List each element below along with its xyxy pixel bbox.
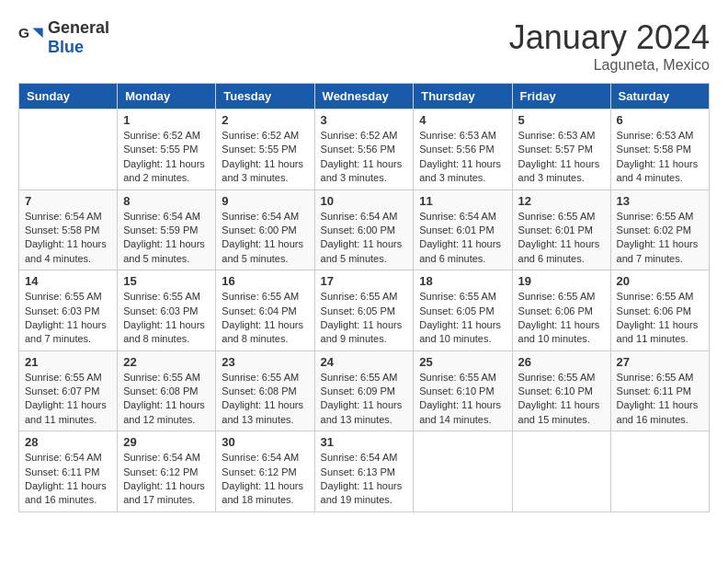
day-number: 21 [25,355,111,369]
calendar-cell: 15Sunrise: 6:55 AMSunset: 6:03 PMDayligh… [118,270,216,351]
location: Laguneta, Mexico [509,57,710,74]
day-info: Sunrise: 6:55 AMSunset: 6:02 PMDaylight:… [617,210,703,267]
calendar-cell: 27Sunrise: 6:55 AMSunset: 6:11 PMDayligh… [610,350,709,431]
day-info: Sunrise: 6:52 AMSunset: 5:55 PMDaylight:… [123,129,210,186]
day-number: 10 [321,194,408,208]
day-info: Sunrise: 6:54 AMSunset: 6:13 PMDaylight:… [321,451,408,508]
calendar-cell: 19Sunrise: 6:55 AMSunset: 6:06 PMDayligh… [512,270,610,351]
logo-blue: Blue [48,38,84,56]
day-number: 9 [222,194,308,208]
day-number: 17 [321,274,408,288]
day-info: Sunrise: 6:55 AMSunset: 6:03 PMDaylight:… [25,290,111,347]
calendar-cell [610,431,709,512]
weekday-header: Thursday [414,84,512,109]
calendar-cell: 31Sunrise: 6:54 AMSunset: 6:13 PMDayligh… [314,431,414,512]
logo-general: General [48,18,109,37]
day-info: Sunrise: 6:53 AMSunset: 5:58 PMDaylight:… [617,129,703,186]
calendar-cell: 20Sunrise: 6:55 AMSunset: 6:06 PMDayligh… [610,270,709,351]
day-info: Sunrise: 6:55 AMSunset: 6:07 PMDaylight:… [25,371,111,428]
calendar-cell: 25Sunrise: 6:55 AMSunset: 6:10 PMDayligh… [414,350,512,431]
calendar-cell: 12Sunrise: 6:55 AMSunset: 6:01 PMDayligh… [512,190,610,270]
day-info: Sunrise: 6:55 AMSunset: 6:01 PMDaylight:… [518,210,605,267]
page-header: G General Blue January 2024 Laguneta, Me… [18,18,710,74]
day-info: Sunrise: 6:54 AMSunset: 5:59 PMDaylight:… [123,210,210,267]
logo-icon: G [18,25,44,51]
day-number: 6 [617,113,703,127]
calendar-cell: 5Sunrise: 6:53 AMSunset: 5:57 PMDaylight… [512,109,610,190]
calendar-cell: 10Sunrise: 6:54 AMSunset: 6:00 PMDayligh… [314,190,414,270]
calendar-cell [512,431,610,512]
calendar-week-row: 28Sunrise: 6:54 AMSunset: 6:11 PMDayligh… [19,431,710,512]
day-info: Sunrise: 6:54 AMSunset: 6:12 PMDaylight:… [222,451,308,508]
calendar-cell: 14Sunrise: 6:55 AMSunset: 6:03 PMDayligh… [19,270,118,351]
day-info: Sunrise: 6:54 AMSunset: 6:00 PMDaylight:… [222,210,308,267]
day-number: 3 [321,113,408,127]
month-year: January 2024 [509,18,710,57]
day-number: 22 [123,355,210,369]
day-info: Sunrise: 6:55 AMSunset: 6:11 PMDaylight:… [617,371,703,428]
calendar-week-row: 14Sunrise: 6:55 AMSunset: 6:03 PMDayligh… [19,270,710,351]
weekday-header: Monday [118,84,216,109]
day-number: 30 [222,435,308,449]
day-info: Sunrise: 6:55 AMSunset: 6:09 PMDaylight:… [321,371,408,428]
weekday-header: Sunday [19,84,118,109]
calendar-cell: 29Sunrise: 6:54 AMSunset: 6:12 PMDayligh… [118,431,216,512]
day-number: 19 [518,274,605,288]
calendar-cell: 9Sunrise: 6:54 AMSunset: 6:00 PMDaylight… [216,190,314,270]
calendar-cell: 26Sunrise: 6:55 AMSunset: 6:10 PMDayligh… [512,350,610,431]
calendar-cell: 28Sunrise: 6:54 AMSunset: 6:11 PMDayligh… [19,431,118,512]
day-info: Sunrise: 6:55 AMSunset: 6:10 PMDaylight:… [419,371,506,428]
calendar-cell: 16Sunrise: 6:55 AMSunset: 6:04 PMDayligh… [216,270,314,351]
weekday-header: Friday [512,84,610,109]
calendar-cell: 2Sunrise: 6:52 AMSunset: 5:55 PMDaylight… [216,109,314,190]
calendar-cell: 1Sunrise: 6:52 AMSunset: 5:55 PMDaylight… [118,109,216,190]
calendar-cell: 11Sunrise: 6:54 AMSunset: 6:01 PMDayligh… [414,190,512,270]
calendar-cell: 21Sunrise: 6:55 AMSunset: 6:07 PMDayligh… [19,350,118,431]
day-info: Sunrise: 6:55 AMSunset: 6:10 PMDaylight:… [518,371,605,428]
day-info: Sunrise: 6:55 AMSunset: 6:05 PMDaylight:… [321,290,408,347]
logo-text: General Blue [48,18,109,57]
calendar-week-row: 21Sunrise: 6:55 AMSunset: 6:07 PMDayligh… [19,350,710,431]
calendar-cell: 13Sunrise: 6:55 AMSunset: 6:02 PMDayligh… [610,190,709,270]
calendar-cell [414,431,512,512]
day-number: 25 [419,355,506,369]
day-number: 24 [321,355,408,369]
calendar-cell: 22Sunrise: 6:55 AMSunset: 6:08 PMDayligh… [118,350,216,431]
calendar-table: SundayMondayTuesdayWednesdayThursdayFrid… [18,83,710,512]
calendar-cell: 7Sunrise: 6:54 AMSunset: 5:58 PMDaylight… [19,190,118,270]
calendar-cell: 4Sunrise: 6:53 AMSunset: 5:56 PMDaylight… [414,109,512,190]
day-info: Sunrise: 6:54 AMSunset: 6:11 PMDaylight:… [25,451,111,508]
calendar-cell: 24Sunrise: 6:55 AMSunset: 6:09 PMDayligh… [314,350,414,431]
day-info: Sunrise: 6:55 AMSunset: 6:04 PMDaylight:… [222,290,308,347]
day-info: Sunrise: 6:52 AMSunset: 5:56 PMDaylight:… [321,129,408,186]
title-block: January 2024 Laguneta, Mexico [509,18,710,74]
day-number: 20 [617,274,703,288]
day-number: 29 [123,435,210,449]
day-number: 28 [25,435,111,449]
day-info: Sunrise: 6:52 AMSunset: 5:55 PMDaylight:… [222,129,308,186]
weekday-header: Wednesday [314,84,414,109]
day-info: Sunrise: 6:55 AMSunset: 6:08 PMDaylight:… [222,371,308,428]
day-number: 12 [518,194,605,208]
calendar-cell: 3Sunrise: 6:52 AMSunset: 5:56 PMDaylight… [314,109,414,190]
svg-marker-1 [32,29,42,39]
day-number: 7 [25,194,111,208]
day-info: Sunrise: 6:55 AMSunset: 6:03 PMDaylight:… [123,290,210,347]
day-info: Sunrise: 6:55 AMSunset: 6:06 PMDaylight:… [617,290,703,347]
day-info: Sunrise: 6:55 AMSunset: 6:08 PMDaylight:… [123,371,210,428]
day-number: 13 [617,194,703,208]
day-info: Sunrise: 6:54 AMSunset: 5:58 PMDaylight:… [25,210,111,267]
calendar-cell: 23Sunrise: 6:55 AMSunset: 6:08 PMDayligh… [216,350,314,431]
svg-text:G: G [18,25,29,40]
calendar-cell [19,109,118,190]
day-info: Sunrise: 6:55 AMSunset: 6:05 PMDaylight:… [419,290,506,347]
calendar-header-row: SundayMondayTuesdayWednesdayThursdayFrid… [19,84,710,109]
day-info: Sunrise: 6:54 AMSunset: 6:01 PMDaylight:… [419,210,506,267]
calendar-cell: 18Sunrise: 6:55 AMSunset: 6:05 PMDayligh… [414,270,512,351]
day-number: 5 [518,113,605,127]
day-number: 4 [419,113,506,127]
day-number: 16 [222,274,308,288]
calendar-cell: 8Sunrise: 6:54 AMSunset: 5:59 PMDaylight… [118,190,216,270]
day-info: Sunrise: 6:53 AMSunset: 5:56 PMDaylight:… [419,129,506,186]
day-number: 14 [25,274,111,288]
